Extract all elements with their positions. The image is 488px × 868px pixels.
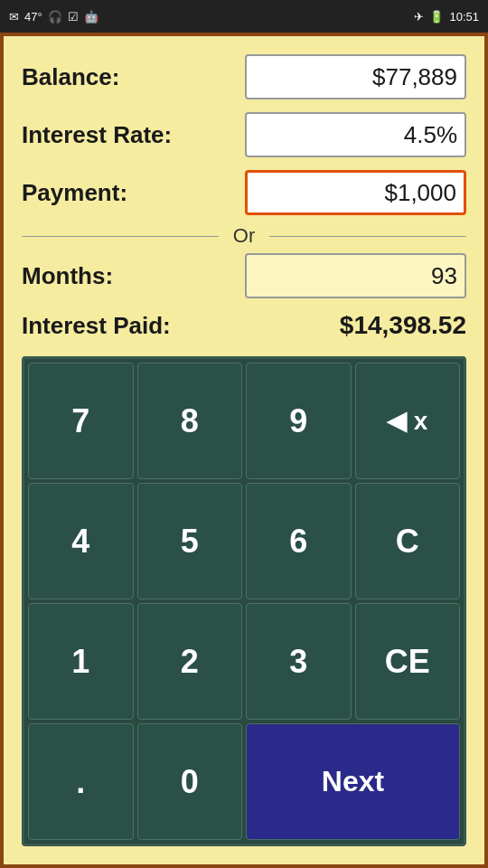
key-6[interactable]: 6 xyxy=(246,483,352,599)
interest-rate-row: Interest Rate: 4.5% xyxy=(22,112,466,157)
key-0[interactable]: 0 xyxy=(137,723,243,840)
key-5[interactable]: 5 xyxy=(137,483,243,599)
or-line-left xyxy=(22,236,219,237)
key-4[interactable]: 4 xyxy=(28,483,134,599)
key-2[interactable]: 2 xyxy=(137,603,243,720)
key-7[interactable]: 7 xyxy=(28,363,134,479)
task-icon: ☑ xyxy=(68,10,79,24)
months-label: Months: xyxy=(22,262,113,290)
airplane-icon: ✈ xyxy=(414,10,424,24)
payment-label: Payment: xyxy=(22,179,127,207)
key-next[interactable]: Next xyxy=(246,723,460,840)
app-container: Balance: $77,889 Interest Rate: 4.5% Pay… xyxy=(0,33,488,868)
headset-icon: 🎧 xyxy=(48,10,62,24)
interest-paid-value: $14,398.52 xyxy=(340,311,466,340)
payment-row: Payment: $1,000 xyxy=(22,170,466,215)
status-bar: ✉ 47° 🎧 ☑ 🤖 ✈ 🔋 10:51 xyxy=(0,0,488,33)
battery-icon: 🔋 xyxy=(429,10,444,24)
key-3[interactable]: 3 xyxy=(246,603,352,720)
key-clear[interactable]: C xyxy=(355,483,461,599)
payment-input[interactable]: $1,000 xyxy=(245,170,466,215)
months-input[interactable]: 93 xyxy=(245,253,466,298)
interest-paid-label: Interest Paid: xyxy=(22,312,171,340)
or-text: Or xyxy=(233,224,255,248)
time-display: 10:51 xyxy=(449,10,479,24)
status-left: ✉ 47° 🎧 ☑ 🤖 xyxy=(9,10,99,24)
key-1[interactable]: 1 xyxy=(28,603,134,720)
months-row: Months: 93 xyxy=(22,253,466,298)
interest-rate-input[interactable]: 4.5% xyxy=(245,112,466,157)
key-backspace[interactable]: ◀ x xyxy=(355,363,461,479)
balance-input[interactable]: $77,889 xyxy=(245,54,466,99)
key-dot[interactable]: . xyxy=(28,723,134,840)
keypad: 7 8 9 ◀ x 4 5 6 C 1 2 3 CE . 0 Next xyxy=(22,356,466,846)
gmail-icon: ✉ xyxy=(9,10,19,24)
interest-paid-row: Interest Paid: $14,398.52 xyxy=(22,311,466,340)
interest-rate-label: Interest Rate: xyxy=(22,121,172,149)
status-right: ✈ 🔋 10:51 xyxy=(414,10,479,24)
balance-label: Balance: xyxy=(22,63,119,91)
or-row: Or xyxy=(22,224,466,248)
android-icon: 🤖 xyxy=(84,10,99,24)
temperature-display: 47° xyxy=(24,10,42,24)
key-9[interactable]: 9 xyxy=(246,363,352,479)
key-ce[interactable]: CE xyxy=(355,603,461,720)
backspace-icon: ◀ x xyxy=(387,406,427,436)
key-8[interactable]: 8 xyxy=(137,363,243,479)
or-line-right xyxy=(269,236,466,237)
balance-row: Balance: $77,889 xyxy=(22,54,466,99)
